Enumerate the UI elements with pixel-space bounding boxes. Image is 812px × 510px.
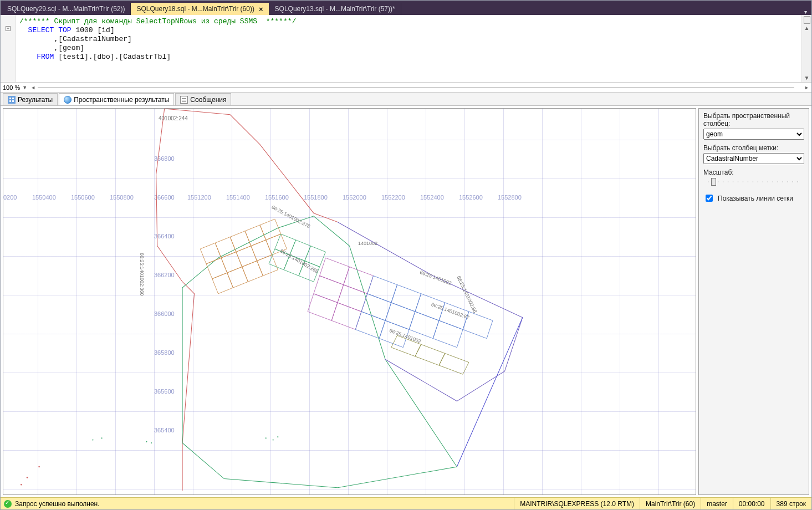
- success-icon: [4, 500, 12, 508]
- gridlines-label: Показывать линии сетки: [718, 195, 793, 202]
- spatial-side-panel: Выбрать пространственный столбец: geom В…: [698, 108, 809, 495]
- svg-point-1: [101, 437, 103, 438]
- zoom-bar: 100 % ▼ ◄ ►: [1, 83, 811, 93]
- gridlines-checkbox[interactable]: [706, 195, 713, 202]
- spatial-column-select[interactable]: geom: [703, 129, 804, 140]
- status-message: Запрос успешно выполнен.: [15, 500, 514, 508]
- file-tab-label: SQLQuery29.sql - M...MainTrir\Trir (52)): [7, 5, 125, 13]
- kw-top: TOP: [58, 26, 71, 34]
- result-tab-bar: Результаты Пространственные результаты С…: [1, 93, 811, 106]
- code-area[interactable]: /****** Скрипт для команды SelectTopNRow…: [16, 15, 801, 82]
- kw-select: SELECT: [28, 26, 54, 34]
- editor-gutter: −: [1, 15, 16, 82]
- file-tab-bar: SQLQuery29.sql - M...MainTrir\Trir (52))…: [1, 1, 811, 15]
- split-view-icon[interactable]: [804, 16, 810, 24]
- col-cadnum: ,[CadastralNumber]: [54, 35, 131, 43]
- tab-messages[interactable]: Сообщения: [175, 93, 231, 105]
- map-geometry: [3, 109, 696, 491]
- sql-editor[interactable]: − /****** Скрипт для команды SelectTopNR…: [1, 15, 811, 83]
- svg-point-9: [21, 484, 22, 486]
- zoom-dropdown-icon[interactable]: ▼: [22, 85, 27, 90]
- spatial-map[interactable]: 366800 366600 366400 366200 366000 36580…: [3, 108, 696, 495]
- status-rows: 389 строк: [770, 498, 811, 509]
- scroll-up-icon[interactable]: ▲: [804, 24, 810, 32]
- file-tab-label: SQLQuery13.sql - M...MainTrir\Trir (57))…: [275, 5, 395, 13]
- label-column-label: Выбрать столбец метки:: [703, 144, 804, 152]
- spatial-column-label: Выбрать пространственный столбец:: [703, 112, 804, 128]
- scroll-left-icon[interactable]: ◄: [30, 85, 35, 90]
- tab-messages-label: Сообщения: [190, 96, 226, 104]
- slider-thumb[interactable]: [711, 178, 716, 186]
- scroll-down-icon[interactable]: ▼: [804, 74, 810, 82]
- svg-point-6: [277, 436, 278, 437]
- kw-from: FROM: [37, 53, 54, 61]
- file-tab-2[interactable]: SQLQuery13.sql - M...MainTrir\Trir (57))…: [269, 3, 401, 15]
- close-icon[interactable]: ×: [259, 5, 263, 13]
- file-tab-1[interactable]: SQLQuery18.sql - M...MainTrir\Trir (60))…: [131, 3, 269, 15]
- status-login: MainTrir\Trir (60): [640, 498, 701, 509]
- svg-point-7: [38, 466, 40, 468]
- from-target: [test1].[dbo].[CadastrTbl]: [58, 53, 171, 61]
- file-tab-label: SQLQuery18.sql - M...MainTrir\Trir (60)): [136, 5, 254, 13]
- svg-point-4: [265, 437, 267, 438]
- label-column-select[interactable]: CadastralNumber: [703, 153, 804, 164]
- col-geom: ,[geom]: [54, 44, 84, 52]
- grid-icon: [8, 96, 16, 104]
- tab-results-label: Результаты: [18, 96, 53, 104]
- app-root: SQLQuery29.sql - M...MainTrir\Trir (52))…: [0, 0, 812, 510]
- globe-icon: [64, 96, 72, 104]
- svg-point-2: [146, 441, 147, 442]
- tab-spatial-label: Пространственные результаты: [74, 96, 169, 104]
- status-db: master: [701, 498, 733, 509]
- col-id: [id]: [97, 26, 114, 34]
- scroll-right-icon[interactable]: ►: [804, 85, 809, 90]
- zoom-slider[interactable]: [703, 177, 804, 186]
- svg-point-0: [92, 439, 93, 440]
- tab-menu-dropdown[interactable]: ▾: [800, 9, 811, 15]
- workspace: 366800 366600 366400 366200 366000 36580…: [1, 106, 811, 497]
- messages-icon: [180, 96, 188, 104]
- status-server: MAINTRIR\SQLEXPRESS (12.0 RTM): [514, 498, 640, 509]
- code-comment: /****** Скрипт для команды SelectTopNRow…: [19, 17, 296, 26]
- zoom-value: 100 %: [3, 84, 20, 91]
- tab-spatial[interactable]: Пространственные результаты: [59, 93, 174, 105]
- tab-results[interactable]: Результаты: [3, 93, 58, 105]
- status-bar: Запрос успешно выполнен. MAINTRIR\SQLEXP…: [1, 497, 811, 509]
- file-tab-0[interactable]: SQLQuery29.sql - M...MainTrir\Trir (52)): [2, 3, 131, 15]
- fold-icon[interactable]: −: [6, 26, 11, 31]
- h-scroll-track[interactable]: [38, 85, 802, 90]
- svg-point-5: [273, 439, 274, 440]
- svg-point-8: [27, 477, 28, 478]
- zoom-label: Масштаб:: [703, 169, 804, 176]
- top-n: 1000: [75, 26, 93, 34]
- editor-scrollbar[interactable]: ▲ ▼: [801, 15, 811, 82]
- svg-point-3: [151, 442, 152, 443]
- status-time: 00:00:00: [733, 498, 770, 509]
